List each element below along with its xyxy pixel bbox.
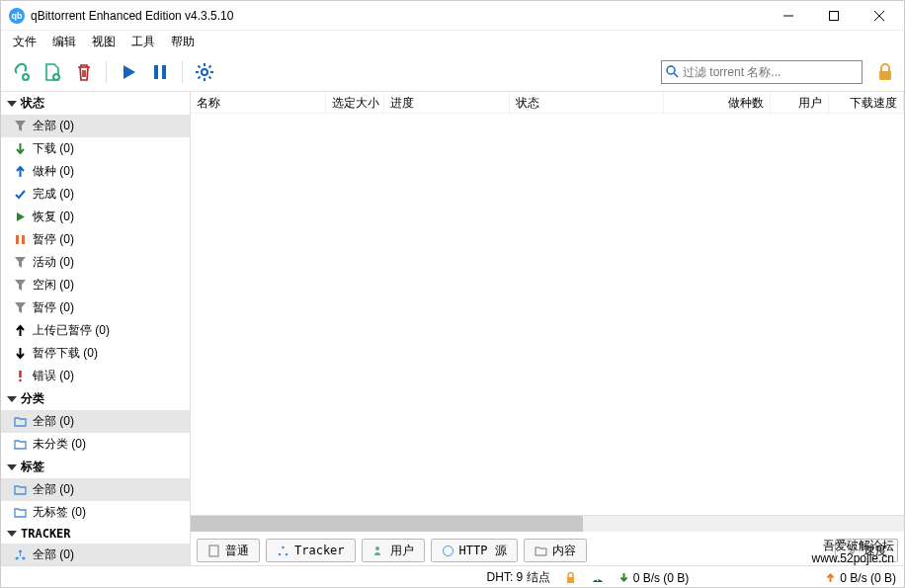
sidebar-tracker-all[interactable]: 全部 (0)	[1, 544, 190, 565]
search-input[interactable]	[683, 65, 858, 79]
sidebar-status-download[interactable]: 下载 (0)	[1, 137, 190, 160]
status-upload[interactable]: 0 B/s (0 B)	[825, 571, 896, 585]
sidebar-status-paused[interactable]: 暂停 (0)	[1, 228, 190, 251]
scrollbar-thumb[interactable]	[191, 516, 583, 532]
svg-point-10	[19, 379, 22, 382]
sidebar-status-resumed[interactable]: 恢复 (0)	[1, 206, 190, 228]
col-seeds[interactable]: 做种数	[664, 92, 771, 113]
svg-rect-8	[16, 235, 19, 244]
resume-button[interactable]	[115, 58, 142, 86]
col-progress[interactable]: 进度	[384, 92, 510, 113]
tab-tracker[interactable]: Tracker	[266, 539, 356, 562]
doc-icon	[207, 545, 220, 557]
sidebar-status-errored[interactable]: 错误 (0)	[1, 365, 190, 387]
sidebar-tag-untagged[interactable]: 无标签 (0)	[1, 501, 190, 524]
sidebar-status-stalled[interactable]: 暂停 (0)	[1, 296, 190, 319]
arrow-up-icon	[825, 572, 836, 583]
funnel-icon	[13, 120, 27, 133]
settings-button[interactable]	[191, 58, 218, 86]
arrow-up-icon	[13, 165, 27, 179]
funnel-icon	[13, 279, 27, 293]
sidebar-status-seeding[interactable]: 做种 (0)	[1, 160, 190, 183]
col-name[interactable]: 名称	[191, 92, 326, 113]
sidebar-status-all[interactable]: 全部 (0)	[1, 115, 190, 137]
torrent-table[interactable]: 名称 选定大小 进度 状态 做种数 用户 下载速度	[191, 92, 904, 516]
arrow-down-icon	[13, 142, 27, 156]
title-bar: qb qBittorrent Enhanced Edition v4.3.5.1…	[1, 1, 904, 31]
status-speed-limit-icon[interactable]	[591, 571, 605, 585]
sidebar-status-upload-paused[interactable]: 上传已暂停 (0)	[1, 319, 190, 342]
minimize-button[interactable]	[766, 1, 811, 30]
app-logo-icon: qb	[9, 8, 25, 24]
svg-point-6	[667, 66, 675, 74]
col-status[interactable]: 状态	[510, 92, 664, 113]
status-download[interactable]: 0 B/s (0 B)	[618, 571, 690, 585]
svg-point-5	[202, 69, 207, 75]
folder-icon	[535, 545, 547, 557]
folder-icon	[13, 438, 27, 452]
search-box[interactable]	[661, 60, 863, 84]
arrow-up-solid-icon	[13, 324, 27, 338]
sidebar-category-all[interactable]: 全部 (0)	[1, 410, 190, 433]
network-icon	[13, 548, 27, 562]
lock-button[interactable]	[872, 59, 898, 85]
svg-point-11	[19, 550, 22, 553]
add-file-button[interactable]	[39, 58, 66, 86]
sidebar-status-active[interactable]: 活动 (0)	[1, 251, 190, 274]
status-firewall-icon[interactable]	[564, 571, 577, 584]
menu-edit[interactable]: 编辑	[44, 32, 84, 52]
sidebar-tag-all[interactable]: 全部 (0)	[1, 478, 190, 501]
pause-button[interactable]	[146, 58, 174, 86]
sidebar-status-completed[interactable]: 完成 (0)	[1, 183, 190, 206]
status-dht[interactable]: DHT: 9 结点	[487, 569, 550, 586]
play-icon	[13, 210, 27, 224]
network-icon	[277, 545, 289, 557]
toolbar-separator	[182, 61, 183, 83]
folder-icon	[13, 506, 27, 520]
horizontal-scrollbar[interactable]	[191, 516, 904, 532]
sidebar[interactable]: 状态 全部 (0) 下载 (0) 做种 (0) 完成 (0) 恢复 (0) 暂停…	[1, 92, 191, 565]
tab-speed[interactable]: 速度	[835, 539, 898, 562]
sidebar-head-category[interactable]: 分类	[1, 387, 190, 410]
svg-rect-9	[22, 235, 25, 244]
menu-view[interactable]: 视图	[84, 32, 123, 52]
menu-help[interactable]: 帮助	[163, 32, 203, 52]
pause-icon	[13, 233, 27, 247]
svg-rect-14	[209, 546, 218, 556]
toolbar-separator	[106, 61, 107, 83]
tab-peers[interactable]: 用户	[362, 539, 425, 562]
sidebar-status-inactive[interactable]: 空闲 (0)	[1, 274, 190, 296]
content-area: 名称 选定大小 进度 状态 做种数 用户 下载速度 普通 Tracker 用户 …	[191, 92, 904, 565]
maximize-button[interactable]	[811, 1, 857, 30]
add-link-button[interactable]	[7, 58, 35, 86]
menu-file[interactable]: 文件	[5, 32, 44, 52]
chevron-down-icon	[7, 101, 17, 107]
svg-rect-20	[567, 577, 574, 583]
delete-button[interactable]	[70, 58, 98, 86]
col-size[interactable]: 选定大小	[326, 92, 384, 113]
menu-tools[interactable]: 工具	[123, 32, 163, 52]
globe-icon	[442, 545, 454, 557]
svg-point-18	[375, 546, 379, 550]
chart-icon	[846, 545, 859, 557]
sidebar-head-tracker[interactable]: TRACKER	[1, 524, 190, 544]
check-icon	[13, 188, 27, 202]
svg-rect-3	[154, 65, 158, 79]
sidebar-status-download-paused[interactable]: 暂停下载 (0)	[1, 342, 190, 365]
arrow-down-solid-icon	[13, 347, 27, 361]
col-dlspeed[interactable]: 下载速度	[829, 92, 904, 113]
close-button[interactable]	[857, 1, 902, 30]
sidebar-head-status[interactable]: 状态	[1, 92, 190, 115]
funnel-icon	[13, 301, 27, 315]
sidebar-head-tags[interactable]: 标签	[1, 456, 190, 478]
tab-content[interactable]: 内容	[524, 539, 587, 562]
tab-http[interactable]: HTTP 源	[431, 539, 518, 562]
svg-point-15	[282, 546, 285, 548]
tab-general[interactable]: 普通	[197, 539, 260, 562]
svg-rect-4	[162, 65, 166, 79]
svg-point-19	[443, 546, 452, 555]
sidebar-category-uncategorized[interactable]: 未分类 (0)	[1, 433, 190, 456]
table-header[interactable]: 名称 选定大小 进度 状态 做种数 用户 下载速度	[191, 92, 904, 114]
users-icon	[372, 545, 385, 557]
col-peers[interactable]: 用户	[771, 92, 829, 113]
